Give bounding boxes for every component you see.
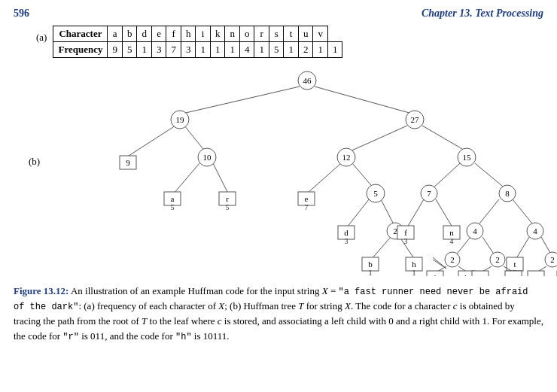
char-b: b: [122, 26, 137, 42]
char-s: s: [269, 26, 284, 42]
char-h: h: [181, 26, 196, 42]
page-header: 596 Chapter 13. Text Processing: [14, 8, 543, 20]
svg-text:46: 46: [303, 76, 312, 85]
freq-u: 2: [298, 42, 313, 58]
freq-o: 4: [239, 42, 254, 58]
svg-text:2: 2: [495, 255, 500, 264]
svg-text:12: 12: [342, 153, 351, 162]
freq-r: 1: [254, 42, 269, 58]
svg-line-15: [475, 163, 507, 190]
freq-i: 1: [196, 42, 211, 58]
freq-t: 1: [284, 42, 299, 58]
svg-text:4: 4: [473, 226, 477, 236]
freq-e: 3: [151, 42, 166, 58]
svg-text:f: f: [404, 228, 407, 237]
figure-label: Figure 13.12:: [14, 285, 68, 296]
freq-s: 5: [269, 42, 284, 58]
svg-line-18: [476, 199, 499, 227]
svg-text:8: 8: [505, 189, 510, 198]
svg-text:7: 7: [305, 203, 309, 211]
svg-text:e: e: [305, 194, 309, 203]
svg-text:k: k: [464, 273, 469, 276]
svg-text:r: r: [226, 194, 229, 203]
svg-text:2: 2: [393, 226, 397, 236]
svg-line-6: [349, 126, 407, 152]
svg-line-22: [516, 237, 529, 260]
svg-line-4: [174, 163, 199, 193]
svg-text:d: d: [344, 228, 349, 237]
svg-text:3: 3: [404, 237, 408, 245]
huffman-tree: 46 19 27 9 10 a 5 r 5 12 15: [47, 65, 557, 276]
caption-text-1: An illustration of an example Huffman co…: [71, 285, 322, 296]
svg-text:u: u: [534, 273, 538, 276]
svg-text:h: h: [412, 260, 416, 269]
caption-text-2: : (a) frequency of each character of X; …: [14, 300, 543, 342]
svg-line-7: [422, 126, 467, 152]
figure-caption: Figure 13.12: An illustration of an exam…: [14, 284, 543, 344]
svg-line-17: [436, 199, 452, 227]
freq-n: 1: [225, 42, 240, 58]
freq-header: Frequency: [53, 42, 108, 58]
svg-line-1: [315, 87, 415, 114]
svg-text:10: 10: [203, 153, 212, 162]
x-variable: X: [322, 285, 328, 296]
char-e: e: [151, 26, 166, 42]
freq-a: 9: [108, 42, 123, 58]
char-i: i: [196, 26, 211, 42]
freq-k: 1: [210, 42, 225, 58]
svg-text:o: o: [478, 273, 482, 276]
svg-text:5: 5: [226, 203, 230, 211]
svg-text:i: i: [434, 273, 436, 276]
char-r: r: [254, 26, 269, 42]
svg-text:19: 19: [176, 115, 185, 124]
svg-text:9: 9: [126, 158, 130, 167]
svg-text:5: 5: [373, 189, 378, 198]
svg-text:1: 1: [412, 269, 416, 276]
tree-section: (b): [29, 65, 543, 276]
freq-d: 1: [137, 42, 152, 58]
svg-text:15: 15: [463, 153, 472, 162]
char-v: v: [313, 26, 328, 42]
char-a: a: [108, 26, 123, 42]
freq-b: 5: [122, 42, 137, 58]
svg-line-3: [184, 126, 205, 152]
freq-h: 3: [181, 42, 196, 58]
svg-text:7: 7: [427, 189, 431, 198]
table-section: (a) Character a b d e f h i k n o r s t …: [36, 26, 543, 58]
svg-line-5: [213, 163, 228, 193]
svg-text:27: 27: [411, 115, 420, 124]
char-header: Character: [53, 26, 108, 42]
label-b: (b): [29, 156, 40, 168]
svg-line-10: [347, 199, 369, 227]
char-k: k: [210, 26, 225, 42]
chapter-title: Chapter 13. Text Processing: [422, 8, 543, 20]
svg-text:5: 5: [171, 203, 175, 211]
svg-line-2: [129, 126, 175, 156]
page-number: 596: [14, 8, 29, 20]
freq-v: 1: [313, 42, 328, 58]
svg-text:1: 1: [369, 269, 373, 276]
frequency-table: Character a b d e f h i k n o r s t u v …: [53, 26, 342, 58]
svg-text:a: a: [171, 194, 175, 203]
svg-line-16: [407, 199, 424, 227]
svg-line-8: [307, 163, 341, 193]
char-o: o: [239, 26, 254, 42]
svg-text:2: 2: [550, 255, 555, 264]
svg-text:t: t: [513, 260, 516, 269]
svg-text:4: 4: [450, 237, 454, 245]
freq-f: 7: [166, 42, 181, 58]
svg-text:3: 3: [345, 237, 349, 245]
char-d: d: [137, 26, 152, 42]
svg-text:4: 4: [533, 226, 537, 236]
char-f: f: [166, 26, 181, 42]
svg-text:2: 2: [450, 255, 455, 264]
svg-line-12: [371, 237, 391, 260]
svg-line-0: [179, 87, 300, 114]
char-n: n: [225, 26, 240, 42]
char-t: t: [284, 26, 299, 42]
label-a: (a): [36, 32, 47, 44]
svg-text:n: n: [449, 228, 454, 237]
svg-line-14: [431, 163, 460, 190]
freq-extra: 1: [327, 42, 342, 58]
char-u: u: [298, 26, 313, 42]
